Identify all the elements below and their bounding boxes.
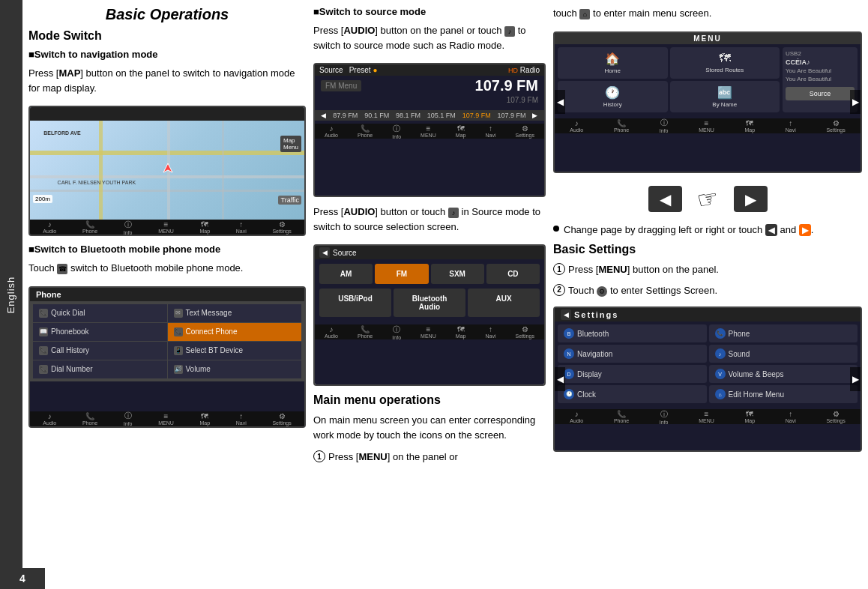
source-navi-btn[interactable]: ↑Navi	[486, 325, 496, 339]
nav-info-btn[interactable]: ⓘInfo	[124, 220, 133, 235]
settings-display-btn[interactable]: D Display	[558, 365, 707, 383]
select-bt-btn[interactable]: 📱 Select BT Device	[168, 342, 302, 360]
phone-settings-btn[interactable]: ⚙Settings	[272, 412, 291, 426]
menu-menu-nav-btn[interactable]: ≡MENU	[699, 119, 714, 133]
menu-settings-nav-btn[interactable]: ⚙Settings	[826, 119, 845, 133]
settings-navigation-btn[interactable]: N Navigation	[558, 345, 707, 363]
fm-freq-5[interactable]: 107.9 FM	[462, 112, 491, 119]
source-settings-btn[interactable]: ⚙Settings	[516, 325, 534, 339]
menu-map-nav-btn[interactable]: 🗺Map	[744, 119, 755, 133]
settings-back-icon[interactable]: ◀	[561, 309, 571, 320]
and-right-arrow-btn[interactable]: ▶	[799, 224, 811, 236]
fm-menu-btn[interactable]: FM Menu	[321, 80, 361, 91]
source-back-icon[interactable]: ◀	[319, 247, 330, 258]
menu-nav-bar: ♪Audio 📞Phone ⓘInfo ≡MENU 🗺Map ↑Navi ⚙Se…	[555, 118, 861, 133]
menu-phone-nav-btn[interactable]: 📞Phone	[614, 119, 629, 133]
menu-left-arrow[interactable]: ◀	[555, 90, 565, 114]
nav-settings-btn[interactable]: ⚙Settings	[272, 220, 291, 234]
fm-right-arrow[interactable]: ▶	[532, 112, 537, 119]
phonebook-btn[interactable]: 📖 Phonebook	[33, 323, 167, 341]
settings-clock-btn[interactable]: 🕐 Clock	[558, 385, 707, 403]
nav-audio-btn[interactable]: ♪Audio	[43, 220, 56, 234]
source-usb-btn[interactable]: USB/iPod	[319, 289, 391, 317]
right-nav-arrow-btn[interactable]: ▶	[734, 186, 768, 212]
connect-phone-btn[interactable]: 📞 Connect Phone	[168, 323, 302, 341]
settings-navi-nav-btn[interactable]: ↑Navi	[786, 410, 796, 423]
fm-freq-2[interactable]: 90.1 FM	[364, 112, 389, 119]
nav-map-btn[interactable]: 🗺Map	[199, 220, 210, 234]
menu-source-btn[interactable]: Source	[786, 87, 855, 100]
fm-menu-nav-btn[interactable]: ≡MENU	[421, 124, 436, 138]
menu-info-nav-btn[interactable]: ⓘInfo	[660, 118, 669, 133]
phone-map-btn[interactable]: 🗺Map	[199, 412, 210, 426]
phone-audio-btn[interactable]: ♪Audio	[43, 412, 56, 426]
phone-btn-grid: 📞 Quick Dial ✉ Text Message 📖 Phonebook …	[30, 301, 304, 381]
settings-edit-home-btn[interactable]: ⌂ Edit Home Menu	[709, 385, 858, 403]
settings-left-arrow[interactable]: ◀	[555, 367, 565, 391]
settings-phone-btn[interactable]: 📞 Phone	[709, 324, 858, 342]
fm-navi-btn[interactable]: ↑Navi	[486, 124, 496, 138]
source-info-btn[interactable]: ⓘInfo	[392, 324, 401, 340]
left-nav-arrow-btn[interactable]: ◀	[648, 186, 682, 212]
source-fm-btn[interactable]: FM	[375, 264, 428, 284]
fm-freq-3[interactable]: 98.1 FM	[396, 112, 421, 119]
source-audio-btn[interactable]: ♪Audio	[325, 325, 338, 339]
fm-info-btn[interactable]: ⓘInfo	[392, 124, 401, 139]
text-message-btn[interactable]: ✉ Text Message	[168, 304, 302, 322]
menu-right-arrow[interactable]: ▶	[850, 90, 861, 114]
source-am-btn[interactable]: AM	[319, 264, 373, 284]
menu-navi-nav-btn[interactable]: ↑Navi	[786, 119, 796, 133]
history-menu-btn[interactable]: 🕐 History	[558, 81, 668, 112]
fm-preset-bar: ◀ 87.9 FM 90.1 FM 98.1 FM 105.1 FM 107.9…	[315, 110, 544, 121]
nav-menu-btn[interactable]: ≡MENU	[158, 220, 174, 234]
and-left-arrow-btn[interactable]: ◀	[765, 224, 777, 236]
settings-bluetooth-btn[interactable]: B Bluetooth	[558, 324, 707, 342]
phone-navi-btn[interactable]: ↑Navi	[236, 412, 247, 426]
main-menu-cont-text: touch ⌂ to enter main menu screen.	[553, 6, 862, 21]
phone-menu-btn[interactable]: ≡MENU	[158, 412, 174, 426]
settings-volume-btn[interactable]: V Volume & Beeps	[709, 365, 858, 383]
nav-map-display: USB1 Barbie Girl BELFORD AVE CARL F. NIE…	[30, 107, 304, 235]
home-menu-btn[interactable]: 🏠 Home	[558, 47, 668, 79]
fm-left-arrow[interactable]: ◀	[321, 112, 326, 119]
dial-number-btn[interactable]: 📞 Dial Number	[33, 360, 167, 378]
fm-phone-btn[interactable]: 📞Phone	[358, 124, 373, 138]
source-aux-btn[interactable]: AUX	[468, 289, 540, 317]
map-menu-btn[interactable]: MapMenu	[280, 136, 301, 152]
source-map-btn[interactable]: 🗺Map	[456, 325, 466, 339]
settings-info-nav-btn[interactable]: ⓘInfo	[660, 409, 669, 425]
settings-map-nav-btn[interactable]: 🗺Map	[744, 410, 755, 423]
select-bt-label: Select BT Device	[186, 346, 244, 354]
nav-navi-btn[interactable]: ↑Navi	[236, 220, 247, 234]
nav-phone-btn[interactable]: 📞Phone	[82, 220, 97, 234]
phone-info-btn[interactable]: ⓘInfo	[124, 411, 133, 426]
source-cd-btn[interactable]: CD	[486, 264, 540, 284]
source-bt-audio-btn[interactable]: BluetoothAudio	[394, 289, 465, 317]
settings-menu-nav-btn[interactable]: ≡MENU	[699, 410, 714, 423]
fm-audio-btn[interactable]: ♪Audio	[325, 124, 338, 138]
fm-freq-1[interactable]: 87.9 FM	[333, 112, 358, 119]
fm-settings-btn[interactable]: ⚙Settings	[516, 124, 534, 138]
navigation-settings-label: Navigation	[577, 350, 612, 358]
traffic-icon[interactable]: Traffic	[278, 196, 301, 205]
fm-freq-4[interactable]: 105.1 FM	[427, 112, 456, 119]
quick-dial-btn[interactable]: 📞 Quick Dial	[33, 304, 167, 322]
call-history-btn[interactable]: 📞 Call History	[33, 342, 167, 360]
volume-btn[interactable]: 🔊 Volume	[168, 360, 302, 378]
byname-menu-btn[interactable]: 🔤 By Name	[670, 81, 780, 112]
phone-phone-btn[interactable]: 📞Phone	[82, 412, 97, 426]
stored-routes-btn[interactable]: 🗺 Stored Routes	[670, 47, 780, 79]
settings-right-arrow[interactable]: ▶	[850, 367, 861, 391]
source-phone-btn[interactable]: 📞Phone	[358, 325, 373, 339]
fm-map-btn[interactable]: 🗺Map	[456, 124, 466, 138]
source-sxm-btn[interactable]: SXM	[431, 264, 484, 284]
fm-freq-6[interactable]: 107.9 FM	[498, 112, 526, 119]
menu-audio-nav-btn[interactable]: ♪Audio	[570, 119, 583, 133]
settings-phone-nav-btn[interactable]: 📞Phone	[614, 410, 629, 423]
display-settings-label: Display	[577, 370, 602, 378]
settings-sound-btn[interactable]: ♪ Sound	[709, 345, 858, 363]
settings-settings-nav-btn[interactable]: ⚙Settings	[826, 410, 845, 423]
edit-home-settings-icon: ⌂	[715, 389, 726, 399]
source-menu-btn[interactable]: ≡MENU	[421, 325, 436, 339]
settings-audio-nav-btn[interactable]: ♪Audio	[570, 410, 583, 423]
